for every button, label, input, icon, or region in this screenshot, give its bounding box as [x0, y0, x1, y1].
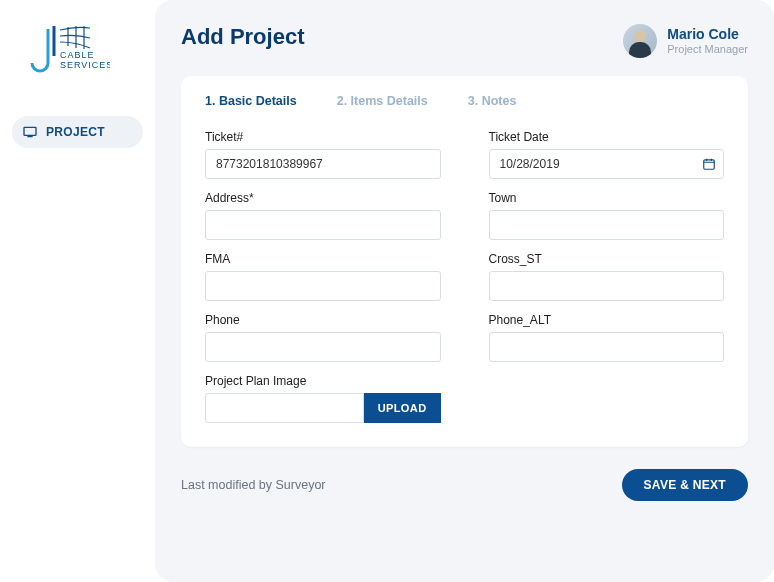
upload-button[interactable]: UPLOAD — [364, 393, 441, 423]
label-project-plan: Project Plan Image — [205, 374, 441, 388]
tabs: 1. Basic Details 2. Items Details 3. Not… — [205, 94, 724, 108]
brand-logo: CABLE SERVICES — [12, 24, 143, 76]
tab-basic-details[interactable]: 1. Basic Details — [205, 94, 297, 108]
input-ticket[interactable] — [205, 149, 441, 179]
label-town: Town — [489, 191, 725, 205]
field-project-plan: Project Plan Image UPLOAD — [205, 374, 441, 423]
input-project-plan[interactable] — [205, 393, 364, 423]
label-cross-st: Cross_ST — [489, 252, 725, 266]
user-text: Mario Cole Project Manager — [667, 26, 748, 56]
field-phone: Phone — [205, 313, 441, 362]
input-fma[interactable] — [205, 271, 441, 301]
field-address: Address* — [205, 191, 441, 240]
form-grid: Ticket# Ticket Date Address* Town — [205, 130, 724, 423]
footer: Last modified by Surveyor SAVE & NEXT — [181, 469, 748, 501]
field-phone-alt: Phone_ALT — [489, 313, 725, 362]
input-phone[interactable] — [205, 332, 441, 362]
input-address[interactable] — [205, 210, 441, 240]
label-phone: Phone — [205, 313, 441, 327]
input-phone-alt[interactable] — [489, 332, 725, 362]
header: Add Project Mario Cole Project Manager — [181, 24, 748, 58]
label-ticket: Ticket# — [205, 130, 441, 144]
avatar — [623, 24, 657, 58]
user-block[interactable]: Mario Cole Project Manager — [623, 24, 748, 58]
label-address: Address* — [205, 191, 441, 205]
save-next-button[interactable]: SAVE & NEXT — [622, 469, 748, 501]
label-ticket-date: Ticket Date — [489, 130, 725, 144]
brand-text-1: CABLE — [60, 50, 95, 60]
input-town[interactable] — [489, 210, 725, 240]
tab-notes[interactable]: 3. Notes — [468, 94, 517, 108]
field-fma: FMA — [205, 252, 441, 301]
field-town: Town — [489, 191, 725, 240]
label-phone-alt: Phone_ALT — [489, 313, 725, 327]
last-modified: Last modified by Surveyor — [181, 478, 326, 492]
label-fma: FMA — [205, 252, 441, 266]
main-panel: Add Project Mario Cole Project Manager 1… — [155, 0, 774, 582]
field-ticket-date: Ticket Date — [489, 130, 725, 179]
form-card: 1. Basic Details 2. Items Details 3. Not… — [181, 76, 748, 447]
user-name: Mario Cole — [667, 26, 748, 43]
tab-items-details[interactable]: 2. Items Details — [337, 94, 428, 108]
field-cross-st: Cross_ST — [489, 252, 725, 301]
input-cross-st[interactable] — [489, 271, 725, 301]
brand-text-2: SERVICES — [60, 60, 110, 70]
page-title: Add Project — [181, 24, 304, 50]
field-ticket: Ticket# — [205, 130, 441, 179]
sidebar-item-label: PROJECT — [46, 125, 105, 139]
sidebar-item-project[interactable]: PROJECT — [12, 116, 143, 148]
project-icon — [22, 124, 38, 140]
user-role: Project Manager — [667, 43, 748, 56]
svg-rect-3 — [24, 127, 36, 135]
sidebar: CABLE SERVICES PROJECT — [0, 0, 155, 582]
input-ticket-date[interactable] — [489, 149, 725, 179]
